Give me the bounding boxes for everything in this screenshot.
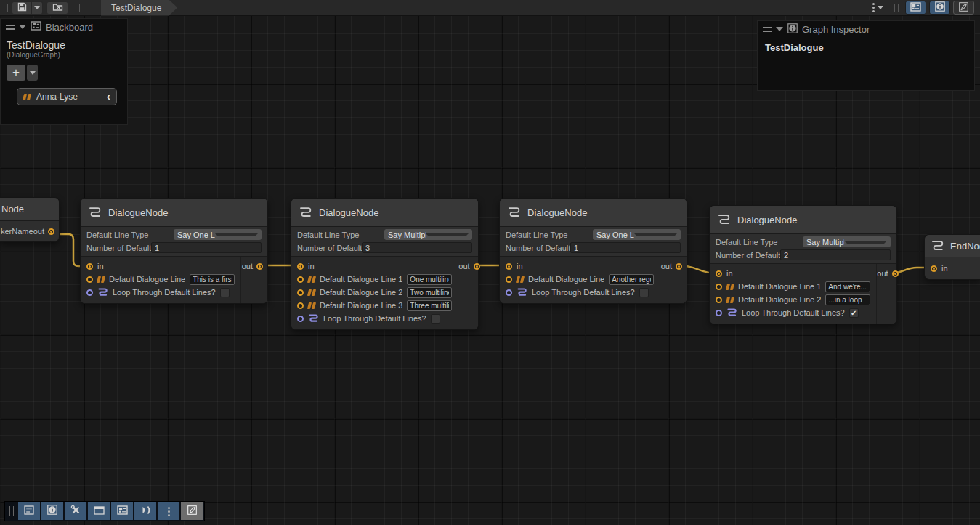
- num-lines-input[interactable]: [362, 242, 472, 253]
- node-title-bar[interactable]: Node: [0, 198, 59, 221]
- out-port-label: out: [877, 269, 888, 278]
- dialogue-line-input[interactable]: [190, 274, 235, 285]
- num-lines-input[interactable]: [570, 242, 681, 253]
- add-property-button[interactable]: +: [7, 65, 25, 81]
- num-lines-label: Number of Default Lines: [86, 244, 151, 252]
- dialogue-line-port[interactable]: [506, 276, 512, 283]
- node-title-fragment: Node: [1, 204, 24, 215]
- loop-label: Loop Through Default Lines?: [742, 308, 845, 317]
- toolbar-drag-handle[interactable]: [9, 506, 14, 516]
- dropdown-arrow-icon: [844, 241, 888, 244]
- quill-toggle-button[interactable]: [953, 1, 974, 15]
- out-port-label: out: [661, 262, 672, 270]
- dialogue-line-label: Default Dialogue Line 1: [738, 282, 821, 291]
- out-port[interactable]: [892, 270, 899, 277]
- dialogue-line-port[interactable]: [86, 276, 93, 283]
- loop-checkbox[interactable]: ✔: [849, 308, 859, 318]
- graph-inspector-header[interactable]: Graph Inspector: [758, 21, 974, 37]
- line-type-dropdown[interactable]: Say Multiple Lines: [803, 236, 891, 247]
- num-lines-input[interactable]: [151, 242, 262, 253]
- loop-port[interactable]: [297, 316, 304, 322]
- menu-button[interactable]: [158, 502, 179, 520]
- dialogue-line-input[interactable]: [407, 287, 452, 298]
- dialogue-line-port[interactable]: [297, 289, 304, 296]
- dialogue-node-2[interactable]: DialogueNode Default Line Type Say Multi…: [291, 198, 479, 330]
- line-type-dropdown[interactable]: Say One Line: [593, 229, 681, 240]
- loop-port[interactable]: [716, 310, 722, 316]
- panel-drag-handle-icon[interactable]: [6, 25, 15, 30]
- collapse-arrow-icon[interactable]: [19, 25, 26, 29]
- in-port[interactable]: [931, 265, 937, 272]
- dialogue-node-4[interactable]: DialogueNode Default Line Type Say Multi…: [709, 205, 897, 324]
- dialogue-line-port[interactable]: [716, 297, 722, 303]
- info-icon: [787, 23, 798, 36]
- graph-tab[interactable]: TestDialogue: [101, 0, 177, 16]
- dropdown-arrow-icon: [215, 233, 259, 236]
- in-port[interactable]: [506, 263, 512, 270]
- voice-button[interactable]: [134, 502, 156, 520]
- dialogue-line-port[interactable]: [297, 276, 304, 283]
- node-title-bar[interactable]: DialogueNode: [291, 199, 478, 227]
- dialogue-line-input[interactable]: [825, 294, 870, 305]
- dialogue-line-input[interactable]: [609, 274, 654, 285]
- dropdown-arrow-icon: [878, 6, 883, 9]
- save-dropdown-button[interactable]: [32, 1, 43, 15]
- out-port[interactable]: [256, 263, 263, 270]
- blackboard-button[interactable]: [111, 502, 133, 520]
- toolbar-right-group: [868, 1, 980, 15]
- dialogue-line-input[interactable]: [407, 274, 452, 285]
- loop-checkbox[interactable]: [431, 314, 440, 324]
- num-lines-input[interactable]: [780, 249, 891, 260]
- blackboard-icon: [910, 1, 921, 15]
- dialogue-line-label: Default Dialogue Line 2: [738, 295, 821, 304]
- dialogue-node-3[interactable]: DialogueNode Default Line Type Say One L…: [499, 198, 687, 304]
- collapse-chevron-icon[interactable]: ‹: [107, 91, 110, 103]
- tools-button[interactable]: [65, 502, 86, 520]
- dropdown-arrow-icon: [634, 233, 678, 236]
- panel-drag-handle-icon[interactable]: [763, 27, 772, 32]
- window-button[interactable]: [88, 502, 110, 520]
- blackboard-toggle-button[interactable]: [905, 1, 926, 15]
- dialogue-node-1[interactable]: DialogueNode Default Line Type Say One L…: [80, 198, 268, 304]
- out-port[interactable]: [474, 263, 480, 270]
- dialogue-line-label: Default Dialogue Line 2: [320, 288, 402, 297]
- end-node[interactable]: EndNode in: [924, 234, 980, 280]
- start-node[interactable]: Node kerName out: [0, 197, 60, 242]
- inspector-toggle-button[interactable]: [929, 1, 950, 15]
- loop-checkbox[interactable]: [639, 288, 649, 297]
- line-type-value: Say One Line: [596, 231, 634, 239]
- toolbar-drag-handle[interactable]: [4, 4, 8, 12]
- in-port[interactable]: [297, 263, 304, 270]
- loop-icon: [517, 287, 527, 297]
- node-title-bar[interactable]: DialogueNode: [81, 199, 267, 227]
- node-title: EndNode: [950, 241, 980, 252]
- open-graph-button[interactable]: [46, 1, 68, 15]
- dialogue-node-icon: [507, 206, 522, 219]
- dialogue-line-input[interactable]: [407, 300, 452, 311]
- quill-button[interactable]: [181, 502, 203, 520]
- loop-checkbox[interactable]: [220, 288, 230, 297]
- node-title-bar[interactable]: DialogueNode: [500, 199, 687, 227]
- node-title-bar[interactable]: DialogueNode: [710, 206, 896, 234]
- collapse-arrow-icon[interactable]: [776, 27, 783, 31]
- blackboard-header[interactable]: Blackboard: [1, 19, 127, 35]
- blackboard-property-row[interactable]: Anna-Lyse ‹: [17, 88, 117, 105]
- info-button[interactable]: [41, 502, 63, 520]
- out-port[interactable]: [48, 228, 54, 235]
- dialogue-line-port[interactable]: [297, 302, 304, 309]
- node-title-bar[interactable]: EndNode: [925, 235, 980, 257]
- save-button[interactable]: [12, 1, 32, 15]
- dialogue-line-input[interactable]: [825, 281, 870, 292]
- loop-port[interactable]: [506, 289, 512, 296]
- notes-button[interactable]: [18, 502, 40, 520]
- dialogue-line-label: Default Dialogue Line: [109, 275, 185, 284]
- loop-port[interactable]: [86, 289, 93, 296]
- out-port[interactable]: [676, 263, 682, 270]
- dialogue-line-port[interactable]: [716, 284, 722, 290]
- line-type-dropdown[interactable]: Say Multiple Lines: [384, 229, 472, 240]
- in-port[interactable]: [716, 270, 722, 277]
- line-type-dropdown[interactable]: Say One Line: [174, 229, 262, 240]
- toolbar-menu-button[interactable]: [868, 1, 888, 15]
- add-property-dropdown-button[interactable]: [27, 65, 38, 81]
- in-port[interactable]: [86, 263, 93, 270]
